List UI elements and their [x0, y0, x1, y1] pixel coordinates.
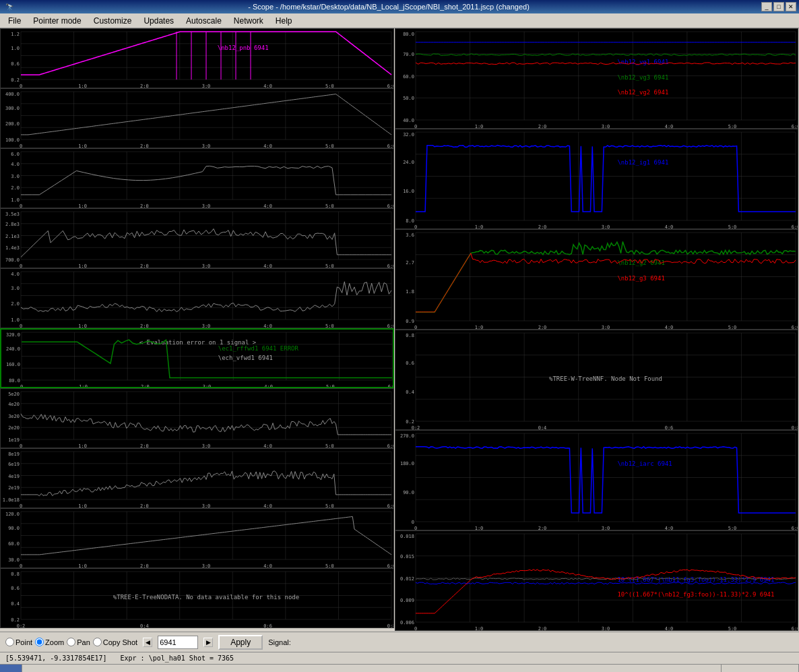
- close-button[interactable]: ✕: [786, 2, 796, 11]
- svg-text:0:8: 0:8: [792, 425, 798, 430]
- svg-text:0.2: 0.2: [406, 419, 414, 425]
- svg-text:0.2: 0.2: [11, 617, 20, 623]
- scope-panel-p6[interactable]: 320.0240.0160.080.001:02:03:04:05:06:0\e…: [0, 328, 394, 388]
- window-controls: _ □ ✕: [761, 2, 796, 11]
- scope-panel-p2[interactable]: 400.0300.0200.0100.001:02:03:04:05:06:0\…: [0, 88, 394, 148]
- svg-text:6:0: 6:0: [387, 144, 394, 148]
- svg-text:1:0: 1:0: [78, 503, 87, 508]
- svg-text:1.0e18: 1.0e18: [3, 497, 20, 503]
- svg-text:1:0: 1:0: [78, 204, 87, 208]
- svg-text:3:0: 3:0: [202, 563, 211, 568]
- svg-text:0: 0: [20, 204, 22, 208]
- mode-pan[interactable]: Pan: [67, 638, 90, 646]
- svg-text:80.0: 80.0: [9, 378, 20, 384]
- menu-bar: FilePointer modeCustomizeUpdatesAutoscal…: [0, 13, 799, 28]
- scope-panel-p3[interactable]: 6.04.03.02.01.001:02:03:04:05:06:0\ne_in…: [0, 148, 394, 208]
- menu-item-pointer mode[interactable]: Pointer mode: [28, 15, 86, 27]
- svg-text:90.0: 90.0: [403, 490, 414, 495]
- svg-text:\nb12_pnb 6941: \nb12_pnb 6941: [218, 44, 269, 51]
- scope-panel-p8[interactable]: 8e196e194e192e191.0e1801:02:03:04:05:06:…: [0, 448, 394, 508]
- svg-text:\v23*-1 6941: \v23*-1 6941: [218, 284, 261, 291]
- scope-panel-r4[interactable]: 0.80.60.40.20:20:40:60:8%TREE-W-TreeNNF.…: [395, 330, 798, 430]
- svg-text:120.0: 120.0: [5, 512, 20, 517]
- svg-text:3:0: 3:0: [202, 84, 211, 88]
- svg-text:6:0: 6:0: [387, 324, 394, 328]
- svg-text:80.0: 80.0: [403, 32, 414, 37]
- menu-item-help[interactable]: Help: [270, 15, 298, 27]
- svg-text:3.0: 3.0: [11, 174, 20, 179]
- menu-item-file[interactable]: File: [3, 15, 26, 27]
- scope-panel-p5[interactable]: 4.03.02.01.001:02:03:04:05:06:0\v23*-1 6…: [0, 268, 394, 328]
- svg-text:6:0: 6:0: [387, 503, 394, 508]
- svg-text:50.0: 50.0: [403, 96, 414, 101]
- menu-item-network[interactable]: Network: [228, 15, 269, 27]
- svg-text:60.0: 60.0: [403, 74, 414, 80]
- svg-text:6:0: 6:0: [792, 224, 798, 229]
- maximize-button[interactable]: □: [773, 2, 784, 11]
- scope-panel-r3[interactable]: 3.62.71.80.901:02:03:04:05:06:0\nb12_g2 …: [395, 229, 798, 330]
- svg-text:0.2: 0.2: [11, 78, 20, 83]
- svg-text:0: 0: [414, 526, 417, 530]
- progress-indicator: 0%: [0, 665, 22, 672]
- scope-panel-p9[interactable]: 120.090.060.030.001:02:03:04:05:06:0\wto…: [0, 508, 394, 568]
- svg-text:3:0: 3:0: [202, 444, 211, 448]
- signal-label: Signal:: [268, 638, 291, 646]
- scope-panel-p1[interactable]: 1.21.00.60.201:02:03:04:05:06:0\nb12_pnb…: [0, 28, 394, 88]
- scope-panel-p4[interactable]: 3.5e32.8e32.1e31.4e3700.001:02:03:04:05:…: [0, 208, 394, 268]
- svg-text:2e19: 2e19: [8, 485, 20, 491]
- svg-text:3:0: 3:0: [202, 324, 211, 328]
- prev-shot-button[interactable]: ◀: [143, 638, 152, 647]
- minimize-button[interactable]: _: [761, 2, 772, 11]
- coordinates-display: [5.539471, -9.3317854E17]: [5, 654, 107, 662]
- menu-item-autoscale[interactable]: Autoscale: [181, 15, 227, 27]
- svg-text:2:0: 2:0: [140, 144, 149, 148]
- scope-panel-r5[interactable]: 270.0180.090.0001:02:03:04:05:06:0\nb12_…: [395, 430, 798, 530]
- svg-text:0.8: 0.8: [11, 572, 20, 577]
- svg-text:0:6: 0:6: [263, 623, 272, 628]
- mode-point[interactable]: Point: [5, 638, 32, 646]
- svg-text:5:0: 5:0: [728, 626, 737, 631]
- mode-zoom[interactable]: Zoom: [35, 638, 64, 646]
- svg-text:1.0: 1.0: [11, 46, 20, 51]
- menu-item-updates[interactable]: Updates: [138, 15, 179, 27]
- svg-text:0.009: 0.009: [400, 598, 414, 603]
- coordinates-bar: [5.539471, -9.3317854E17]Expr : \pol_ha0…: [0, 652, 799, 664]
- scope-panel-p10[interactable]: 0.80.60.40.20:20:40:60:8%TREE-E-TreeNODA…: [0, 568, 394, 628]
- svg-text:5e20: 5e20: [8, 392, 20, 397]
- svg-text:\nb12_vg2 6941: \nb12_vg2 6941: [617, 89, 668, 96]
- next-shot-button[interactable]: ▶: [203, 638, 213, 647]
- scope-panel-r6[interactable]: 0.0180.0150.0120.0090.00601:02:03:04:05:…: [395, 530, 798, 631]
- svg-text:90.0: 90.0: [8, 526, 20, 531]
- svg-text:6:0: 6:0: [792, 526, 798, 530]
- svg-text:320.0: 320.0: [6, 332, 20, 338]
- svg-text:0:4: 0:4: [140, 623, 149, 628]
- svg-text:4e19: 4e19: [8, 474, 20, 479]
- svg-text:2.0: 2.0: [11, 185, 20, 191]
- expr-display: Expr : \pol_ha01 Shot = 7365: [121, 654, 234, 662]
- svg-text:0: 0: [20, 444, 22, 448]
- svg-text:\nb12_g3 6941: \nb12_g3 6941: [617, 275, 664, 282]
- svg-text:2:0: 2:0: [538, 526, 547, 530]
- svg-text:2.8e3: 2.8e3: [5, 222, 20, 227]
- svg-text:3:0: 3:0: [602, 124, 610, 129]
- svg-text:3:0: 3:0: [202, 204, 211, 208]
- svg-text:1.2: 1.2: [11, 32, 20, 37]
- apply-button[interactable]: Apply: [218, 635, 263, 650]
- svg-text:0: 0: [20, 503, 22, 508]
- svg-text:3:0: 3:0: [602, 325, 610, 330]
- svg-text:6:0: 6:0: [792, 325, 798, 330]
- svg-text:300.0: 300.0: [5, 106, 20, 111]
- scope-panel-r1[interactable]: 80.070.060.050.040.001:02:03:04:05:06:0\…: [395, 28, 798, 129]
- shot-input[interactable]: [158, 636, 198, 649]
- menu-item-customize[interactable]: Customize: [88, 15, 137, 27]
- svg-text:5:0: 5:0: [325, 144, 334, 148]
- svg-text:4:0: 4:0: [263, 144, 272, 148]
- scope-panel-r2[interactable]: 32.024.016.08.001:02:03:04:05:06:0\nb12_…: [395, 129, 798, 229]
- scope-panel-p7[interactable]: 5e204e203e202e201e1901:02:03:04:05:06:0\…: [0, 388, 394, 448]
- svg-text:1:0: 1:0: [78, 324, 87, 328]
- svg-text:0.4: 0.4: [11, 601, 20, 607]
- svg-text:5:0: 5:0: [728, 325, 737, 330]
- mode-copy-shot[interactable]: Copy Shot: [93, 638, 137, 646]
- svg-text:180.0: 180.0: [400, 461, 414, 466]
- status-bar: 0% Status: All waveforms are up to date …: [0, 664, 799, 672]
